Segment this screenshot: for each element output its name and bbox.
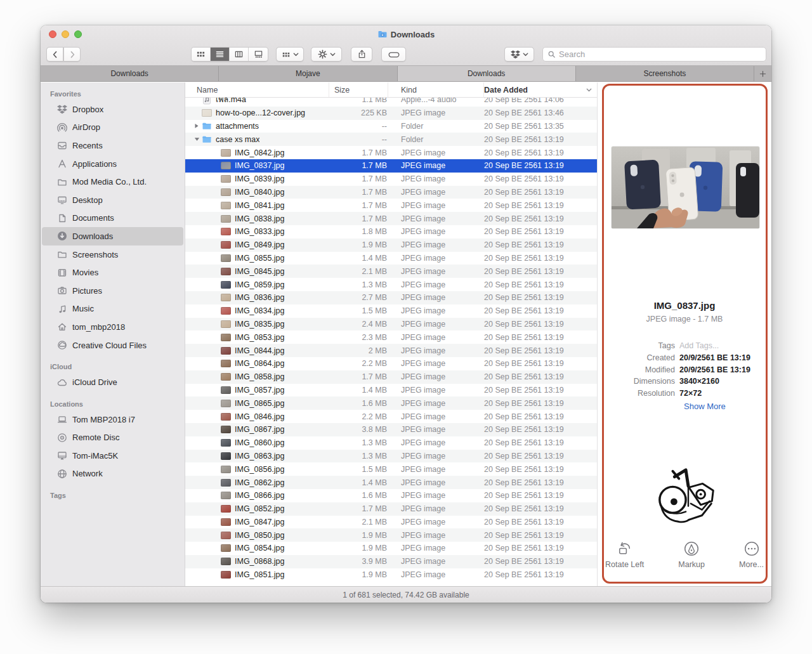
file-row-img-0844-jpg[interactable]: IMG_0844.jpg2 MBJPEG image20 Sep BE 2561… (185, 344, 597, 357)
group-button[interactable] (276, 47, 304, 62)
more-button[interactable]: More... (739, 540, 764, 569)
sidebar-item-label: Tom-iMac5K (72, 451, 118, 461)
rotate-left-button[interactable]: Rotate Left (605, 540, 644, 569)
column-header-size[interactable]: Size (329, 82, 388, 97)
photo-thumbnail (202, 109, 212, 117)
sidebar-item-music[interactable]: Music (42, 300, 183, 318)
column-header-date-added[interactable]: Date Added (484, 82, 597, 97)
disclosure-open-icon[interactable] (192, 137, 202, 141)
tags-button[interactable] (381, 47, 406, 62)
file-row-img-0836-jpg[interactable]: IMG_0836.jpg2.7 MBJPEG image20 Sep BE 25… (185, 291, 597, 304)
sort-direction-icon[interactable] (586, 88, 592, 92)
file-row-img-0835-jpg[interactable]: IMG_0835.jpg2.4 MBJPEG image20 Sep BE 25… (185, 318, 597, 331)
search-field[interactable] (542, 47, 766, 62)
sidebar-item-movies[interactable]: Movies (42, 263, 183, 282)
list-view-button[interactable] (211, 48, 230, 61)
sidebar-item-creative-cloud-files[interactable]: Creative Cloud Files (42, 336, 183, 355)
sidebar-item-documents[interactable]: Documents (42, 209, 183, 228)
show-more-link[interactable]: Show More (684, 402, 726, 411)
disclosure-closed-icon[interactable] (192, 123, 202, 129)
preview-metadata: TagsAdd Tags...Created20/9/2561 BE 13:19… (598, 340, 765, 399)
sidebar-item-tom-mbp2018[interactable]: tom_mbp2018 (42, 318, 183, 336)
sidebar-item-tom-imac5k[interactable]: Tom-iMac5K (42, 447, 183, 465)
tab-downloads[interactable]: Downloads (41, 66, 219, 81)
markup-button[interactable]: Markup (678, 540, 705, 569)
file-row-img-0855-jpg[interactable]: IMG_0855.jpg1.4 MBJPEG image20 Sep BE 25… (185, 252, 597, 265)
file-row-img-0851-jpg[interactable]: IMG_0851.jpg1.9 MBJPEG image20 Sep BE 25… (185, 568, 597, 582)
column-header-kind[interactable]: Kind (388, 82, 484, 97)
file-name: IMG_0863.jpg (235, 452, 285, 461)
sidebar-item-remote-disc[interactable]: Remote Disc (42, 429, 183, 447)
action-menu-button[interactable] (311, 47, 342, 62)
sidebar-item-recents[interactable]: Recents (42, 136, 183, 155)
new-tab-button[interactable] (754, 66, 771, 81)
file-row-img-0852-jpg[interactable]: IMG_0852.jpg1.7 MBJPEG image20 Sep BE 25… (185, 502, 597, 516)
disc-icon (56, 433, 68, 443)
file-row-img-0853-jpg[interactable]: IMG_0853.jpg2.3 MBJPEG image20 Sep BE 25… (185, 330, 597, 344)
file-row-img-0847-jpg[interactable]: IMG_0847.jpg2.1 MBJPEG image20 Sep BE 25… (185, 516, 597, 529)
file-row-img-0838-jpg[interactable]: IMG_0838.jpg1.7 MBJPEG image20 Sep BE 25… (185, 212, 597, 225)
file-row-attachments[interactable]: attachments--Folder20 Sep BE 2561 13:35 (185, 120, 597, 133)
tab-mojave[interactable]: Mojave (219, 66, 397, 81)
photo-thumbnail-icon (221, 556, 231, 566)
file-row-img-0854-jpg[interactable]: IMG_0854.jpg1.9 MBJPEG image20 Sep BE 25… (185, 542, 597, 555)
file-row-img-0859-jpg[interactable]: IMG_0859.jpg1.3 MBJPEG image20 Sep BE 25… (185, 278, 597, 291)
file-row-how-to-ope-12-cover-jpg[interactable]: how-to-ope...12-cover.jpg225 KBJPEG imag… (185, 107, 597, 120)
file-row-img-0857-jpg[interactable]: IMG_0857.jpg1.4 MBJPEG image20 Sep BE 25… (185, 384, 597, 397)
file-row-case-xs-max[interactable]: case xs max--Folder20 Sep BE 2561 13:19 (185, 133, 597, 146)
back-button[interactable] (46, 47, 63, 62)
tab-downloads[interactable]: Downloads (398, 66, 576, 81)
sidebar-item-icloud-drive[interactable]: iCloud Drive (42, 373, 183, 391)
file-row-img-0842-jpg[interactable]: IMG_0842.jpg1.7 MBJPEG image20 Sep BE 25… (185, 146, 597, 159)
column-header-name[interactable]: Name (185, 82, 329, 97)
share-button[interactable] (351, 47, 372, 62)
dropbox-button[interactable] (504, 47, 534, 62)
file-name: IMG_0839.jpg (235, 174, 285, 183)
photo-thumbnail (221, 294, 231, 301)
sidebar-item-tom-mbp2018-i7[interactable]: Tom MBP2018 i7 (42, 410, 183, 429)
sidebar-item-pictures[interactable]: Pictures (42, 282, 183, 300)
file-row-img-0841-jpg[interactable]: IMG_0841.jpg1.7 MBJPEG image20 Sep BE 25… (185, 199, 597, 212)
file-row-img-0868-jpg[interactable]: IMG_0868.jpg3.9 MBJPEG image20 Sep BE 25… (185, 555, 597, 568)
file-row-img-0834-jpg[interactable]: IMG_0834.jpg1.5 MBJPEG image20 Sep BE 25… (185, 304, 597, 318)
file-row-img-0863-jpg[interactable]: IMG_0863.jpg1.3 MBJPEG image20 Sep BE 25… (185, 450, 597, 463)
file-row-img-0845-jpg[interactable]: IMG_0845.jpg2.1 MBJPEG image20 Sep BE 25… (185, 265, 597, 278)
file-row-img-0849-jpg[interactable]: IMG_0849.jpg1.9 MBJPEG image20 Sep BE 25… (185, 239, 597, 252)
sidebar-item-airdrop[interactable]: AirDrop (42, 119, 183, 137)
gallery-view-button[interactable] (249, 48, 268, 61)
sidebar-item-downloads[interactable]: Downloads (42, 227, 183, 245)
file-row-img-0850-jpg[interactable]: IMG_0850.jpg1.9 MBJPEG image20 Sep BE 25… (185, 528, 597, 542)
file-row-img-0862-jpg[interactable]: IMG_0862.jpg1.4 MBJPEG image20 Sep BE 25… (185, 476, 597, 489)
file-row-img-0865-jpg[interactable]: IMG_0865.jpg1.6 MBJPEG image20 Sep BE 25… (185, 396, 597, 410)
column-view-button[interactable] (230, 48, 249, 61)
file-name-cell: IMG_0864.jpg (185, 358, 329, 369)
file-row-img-0837-jpg[interactable]: IMG_0837.jpg1.7 MBJPEG image20 Sep BE 25… (185, 159, 597, 173)
sidebar-item-dropbox[interactable]: Dropbox (42, 100, 183, 119)
sidebar-item-applications[interactable]: Applications (42, 155, 183, 173)
search-input[interactable] (559, 49, 761, 59)
file-row-img-0858-jpg[interactable]: IMG_0858.jpg1.7 MBJPEG image20 Sep BE 25… (185, 370, 597, 384)
sidebar-item-mod-media-co-ltd[interactable]: Mod Media Co., Ltd. (42, 173, 183, 191)
icon-view-button[interactable] (192, 48, 211, 61)
file-row-img-0839-jpg[interactable]: IMG_0839.jpg1.7 MBJPEG image20 Sep BE 25… (185, 173, 597, 186)
add-tags-field[interactable]: Add Tags... (679, 341, 719, 350)
file-row-img-0867-jpg[interactable]: IMG_0867.jpg3.8 MBJPEG image20 Sep BE 25… (185, 423, 597, 436)
file-row-img-0856-jpg[interactable]: IMG_0856.jpg1.5 MBJPEG image20 Sep BE 25… (185, 462, 597, 476)
file-kind: JPEG image (388, 346, 484, 355)
file-row-img-0866-jpg[interactable]: IMG_0866.jpg1.6 MBJPEG image20 Sep BE 25… (185, 489, 597, 502)
file-name-cell: IMG_0856.jpg (185, 464, 329, 474)
file-name-cell: IMG_0859.jpg (185, 280, 329, 290)
tab-screenshots[interactable]: Screenshots (576, 66, 754, 81)
file-row-img-0846-jpg[interactable]: IMG_0846.jpg2.2 MBJPEG image20 Sep BE 25… (185, 410, 597, 423)
file-row-m4a[interactable]: เพล.m4a1.1 MBApple...-4 audio20 Sep BE 2… (185, 98, 597, 107)
sidebar-item-desktop[interactable]: Desktop (42, 191, 183, 209)
file-row-img-0840-jpg[interactable]: IMG_0840.jpg1.7 MBJPEG image20 Sep BE 25… (185, 186, 597, 199)
forward-button[interactable] (63, 47, 81, 62)
file-row-img-0860-jpg[interactable]: IMG_0860.jpg1.3 MBJPEG image20 Sep BE 25… (185, 436, 597, 450)
file-row-img-0833-jpg[interactable]: IMG_0833.jpg1.8 MBJPEG image20 Sep BE 25… (185, 225, 597, 239)
photo-thumbnail-icon (221, 306, 231, 316)
tab-bar: DownloadsMojaveDownloadsScreenshots (41, 66, 771, 82)
file-row-img-0864-jpg[interactable]: IMG_0864.jpg2.2 MBJPEG image20 Sep BE 25… (185, 357, 597, 370)
sidebar-item-screenshots[interactable]: Screenshots (42, 245, 183, 264)
sidebar-item-network[interactable]: Network (42, 465, 183, 483)
